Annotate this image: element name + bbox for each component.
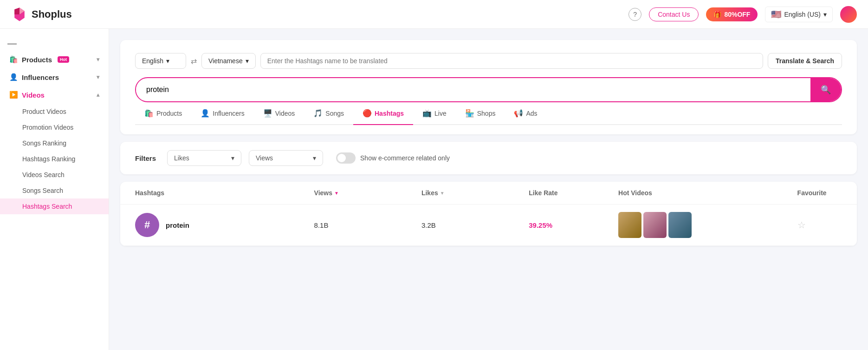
table-row: # protein 8.1B 3.2B 39.25% ☆ bbox=[120, 205, 857, 246]
sidebar-item-hashtags-ranking[interactable]: Hashtags Ranking bbox=[0, 151, 109, 167]
tab-live-label: Live bbox=[434, 110, 447, 117]
app-header: Shoplus ? Contact Us 🎁 80%OFF 🇺🇸 English… bbox=[0, 0, 868, 29]
ecommerce-toggle-container: Show e-commerce related only bbox=[336, 152, 450, 164]
swap-icon[interactable]: ⇄ bbox=[191, 57, 197, 66]
col-hot-videos: Hot Videos bbox=[618, 189, 797, 197]
hot-video-thumb-1[interactable] bbox=[618, 212, 641, 238]
search-icon: 🔍 bbox=[821, 85, 831, 94]
hashtag-circle-icon: 🔴 bbox=[363, 109, 372, 118]
col-hot-videos-label: Hot Videos bbox=[618, 189, 652, 197]
search-container: English ▾ ⇄ Vietnamese ▾ Translate & Sea… bbox=[120, 40, 857, 134]
col-favourite: Favourite bbox=[797, 189, 842, 197]
search-input[interactable] bbox=[136, 79, 810, 100]
translate-search-button[interactable]: Translate & Search bbox=[768, 53, 842, 69]
discount-icon: 🎁 bbox=[713, 11, 721, 18]
favourite-cell: ☆ bbox=[797, 219, 842, 231]
search-button[interactable]: 🔍 bbox=[810, 78, 841, 101]
flag-icon: 🇺🇸 bbox=[771, 9, 781, 20]
col-likes[interactable]: Likes ▼ bbox=[421, 189, 529, 197]
tab-hashtags-label: Hashtags bbox=[375, 110, 404, 117]
filters-label: Filters bbox=[135, 154, 156, 162]
col-like-rate: Like Rate bbox=[529, 189, 618, 197]
sidebar-item-videos-search[interactable]: Videos Search bbox=[0, 167, 109, 183]
logo[interactable]: Shoplus bbox=[11, 6, 72, 23]
avatar[interactable] bbox=[840, 6, 857, 23]
tab-songs[interactable]: 🎵 Songs bbox=[304, 102, 353, 125]
views-filter-label: Views bbox=[256, 154, 273, 162]
language-selector[interactable]: 🇺🇸 English (US) ▾ bbox=[765, 7, 833, 22]
hot-video-thumb-3[interactable] bbox=[668, 212, 692, 238]
videos-label: Videos bbox=[22, 91, 45, 99]
sidebar-item-songs-search[interactable]: Songs Search bbox=[0, 183, 109, 198]
chevron-down-icon: ▾ bbox=[313, 154, 316, 162]
chevron-up-icon: ▴ bbox=[97, 92, 99, 98]
ads-icon: 📢 bbox=[514, 109, 523, 118]
tab-ads[interactable]: 📢 Ads bbox=[505, 102, 546, 125]
chevron-down-icon: ▾ bbox=[231, 154, 234, 162]
from-language-dropdown[interactable]: English ▾ bbox=[135, 53, 186, 69]
like-rate-value: 39.25% bbox=[529, 221, 618, 229]
results-table: Hashtags Views ▼ Likes ▼ Like Rate Hot V… bbox=[120, 182, 857, 246]
chevron-down-icon: ▾ bbox=[246, 57, 249, 65]
sidebar-item-products[interactable]: 🛍️ Products Hot ▾ bbox=[0, 51, 109, 68]
likes-value: 3.2B bbox=[421, 221, 529, 229]
chevron-down-icon: ▾ bbox=[97, 74, 99, 80]
ecommerce-toggle[interactable] bbox=[336, 152, 356, 164]
products-label: Products bbox=[22, 56, 52, 64]
hot-video-thumb-2[interactable] bbox=[643, 212, 667, 238]
tab-products[interactable]: 🛍️ Products bbox=[135, 102, 191, 125]
person-icon: 👤 bbox=[201, 109, 210, 118]
filters-container: Filters Likes ▾ Views ▾ Show e-commerce … bbox=[120, 142, 857, 174]
main-layout: — 🛍️ Products Hot ▾ 👤 Influencers ▾ ▶️ V… bbox=[0, 29, 868, 350]
hashtag-name[interactable]: protein bbox=[166, 221, 189, 229]
shop-icon: 🏪 bbox=[465, 109, 474, 118]
ecommerce-toggle-label: Show e-commerce related only bbox=[360, 154, 450, 162]
favourite-star-icon[interactable]: ☆ bbox=[797, 220, 806, 230]
tab-songs-label: Songs bbox=[325, 110, 344, 117]
sidebar-item-promotion-videos[interactable]: Promotion Videos bbox=[0, 119, 109, 135]
likes-filter-dropdown[interactable]: Likes ▾ bbox=[167, 150, 241, 166]
help-button[interactable]: ? bbox=[628, 8, 641, 21]
sidebar-item-hashtags-search[interactable]: Hashtags Search bbox=[0, 198, 109, 214]
sidebar: — 🛍️ Products Hot ▾ 👤 Influencers ▾ ▶️ V… bbox=[0, 29, 109, 350]
sidebar-item-songs-ranking[interactable]: Songs Ranking bbox=[0, 135, 109, 151]
sidebar-top: — bbox=[0, 34, 109, 51]
views-filter-dropdown[interactable]: Views ▾ bbox=[249, 150, 323, 166]
search-tabs: 🛍️ Products 👤 Influencers 🖥️ Videos 🎵 So… bbox=[135, 102, 842, 125]
tab-shops[interactable]: 🏪 Shops bbox=[456, 102, 505, 125]
tab-shops-label: Shops bbox=[477, 110, 496, 117]
bag-icon: 🛍️ bbox=[9, 55, 18, 64]
tab-influencers[interactable]: 👤 Influencers bbox=[191, 102, 253, 125]
views-value: 8.1B bbox=[314, 221, 421, 229]
sidebar-item-influencers[interactable]: 👤 Influencers ▾ bbox=[0, 68, 109, 86]
contact-button[interactable]: Contact Us bbox=[649, 7, 699, 21]
live-icon: 📺 bbox=[422, 109, 432, 118]
translate-input[interactable] bbox=[260, 53, 763, 69]
tab-ads-label: Ads bbox=[526, 110, 537, 117]
sidebar-item-product-videos[interactable]: Product Videos bbox=[0, 104, 109, 119]
hot-videos-cell bbox=[618, 212, 797, 238]
logo-text: Shoplus bbox=[32, 8, 72, 20]
lang-label: English (US) bbox=[784, 11, 821, 18]
tab-hashtags[interactable]: 🔴 Hashtags bbox=[353, 102, 413, 125]
col-views[interactable]: Views ▼ bbox=[314, 189, 421, 197]
sidebar-toggle[interactable]: — bbox=[7, 38, 101, 49]
sidebar-item-videos[interactable]: ▶️ Videos ▴ bbox=[0, 86, 109, 104]
tab-influencers-label: Influencers bbox=[213, 110, 244, 117]
sort-icon: ▼ bbox=[440, 191, 445, 196]
from-lang-label: English bbox=[142, 57, 163, 65]
chevron-down-icon: ▾ bbox=[166, 57, 169, 65]
svg-marker-1 bbox=[14, 7, 19, 14]
to-language-dropdown[interactable]: Vietnamese ▾ bbox=[201, 53, 256, 69]
col-views-label: Views bbox=[314, 189, 332, 197]
hashtag-cell: # protein bbox=[135, 213, 314, 237]
tab-videos[interactable]: 🖥️ Videos bbox=[254, 102, 304, 125]
bag-icon: 🛍️ bbox=[144, 109, 154, 118]
table-header: Hashtags Views ▼ Likes ▼ Like Rate Hot V… bbox=[120, 182, 857, 205]
translate-row: English ▾ ⇄ Vietnamese ▾ Translate & Sea… bbox=[135, 53, 842, 69]
discount-button[interactable]: 🎁 80%OFF bbox=[706, 7, 758, 21]
col-like-rate-label: Like Rate bbox=[529, 189, 557, 197]
tab-live[interactable]: 📺 Live bbox=[413, 102, 456, 125]
to-lang-label: Vietnamese bbox=[208, 57, 243, 65]
col-hashtags: Hashtags bbox=[135, 189, 314, 197]
